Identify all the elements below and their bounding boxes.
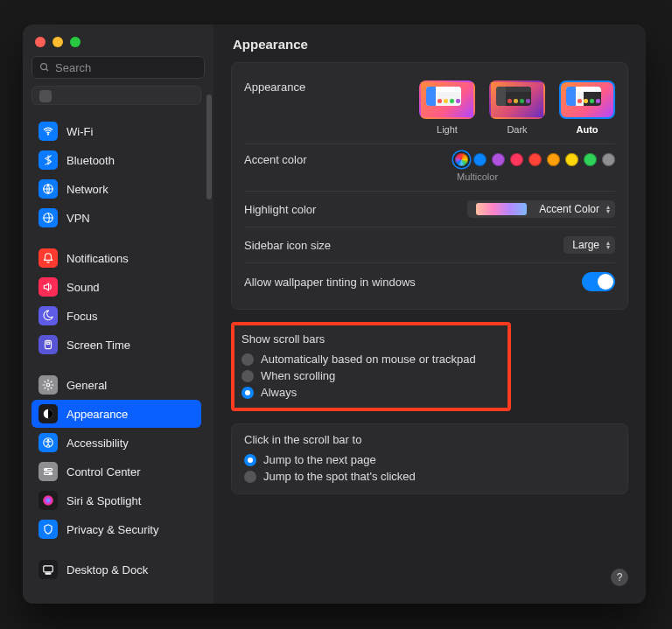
sidebar-item-label: Appearance [66, 408, 128, 421]
radio-option[interactable]: Always [242, 384, 481, 401]
search-icon [39, 62, 50, 73]
appearance-option-auto[interactable]: Auto [559, 80, 615, 135]
appearance-thumb-light [419, 80, 475, 119]
sidebar-item-desktopdock[interactable]: Desktop & Dock [32, 556, 201, 584]
click-scroll-heading: Click in the scroll bar to [244, 433, 615, 446]
sidebar-item-label: Network [66, 183, 108, 196]
sidebar-item-label: Wi-Fi [66, 125, 93, 138]
radio-option[interactable]: Automatically based on mouse or trackpad [242, 351, 481, 367]
radio-option[interactable]: Jump to the spot that's clicked [244, 468, 615, 485]
appearance-thumb-auto [559, 80, 615, 119]
close-icon[interactable] [35, 37, 46, 47]
page-title: Appearance [231, 37, 628, 52]
radio-icon [244, 471, 256, 483]
highlight-select[interactable]: Accent Color ▴▾ [467, 200, 615, 218]
appearance-thumb-dark [489, 80, 545, 119]
radio-label: Automatically based on mouse or trackpad [261, 353, 476, 366]
sidebar-icon-value: Large [572, 239, 599, 251]
sidebar-item-appearance[interactable]: Appearance [32, 400, 201, 428]
radio-label: When scrolling [261, 369, 335, 382]
sidebar-item-notifications[interactable]: Notifications [32, 244, 201, 272]
search-field[interactable] [32, 56, 205, 79]
radio-icon [242, 353, 254, 366]
radio-icon [244, 454, 256, 466]
svg-point-2 [47, 134, 48, 135]
sidebar-item-truncated[interactable] [32, 86, 201, 105]
sidebar-item-vpn[interactable]: VPN [32, 204, 201, 232]
accent-swatch[interactable] [602, 153, 615, 166]
sidebar-scrollbar-thumb[interactable] [206, 94, 212, 199]
sidebar: Wi-FiBluetoothNetworkVPNNotificationsSou… [23, 24, 214, 604]
radio-label: Jump to the spot that's clicked [263, 470, 416, 483]
sidebar-icon-label: Sidebar icon size [244, 239, 331, 252]
sidebar-item-label: Control Center [66, 465, 141, 479]
sidebar-item-sound[interactable]: Sound [32, 273, 201, 301]
appearance-thumbs: Light Dark Auto [419, 80, 615, 135]
siri-icon [38, 491, 58, 510]
focus-icon [38, 306, 58, 325]
sidebar-item-label: VPN [66, 212, 90, 225]
accent-swatch[interactable] [565, 153, 578, 166]
scrollbars-group: Show scroll bars Automatically based on … [242, 332, 481, 401]
accent-swatch[interactable] [492, 153, 505, 166]
accent-swatch[interactable] [455, 153, 468, 166]
radio-option[interactable]: When scrolling [242, 367, 481, 384]
accessibility-icon [38, 433, 58, 452]
accent-swatch[interactable] [547, 153, 560, 166]
highlight-label: Highlight color [244, 203, 316, 216]
svg-point-13 [46, 469, 47, 471]
accent-selected-label: Multicolor [457, 171, 498, 182]
sidebar-item-siri[interactable]: Siri & Spotlight [32, 486, 201, 514]
sidebar-item-general[interactable]: General [32, 371, 201, 399]
sidebar-item-network[interactable]: Network [32, 175, 201, 203]
accent-label: Accent color [244, 153, 307, 166]
accent-swatch[interactable] [528, 153, 542, 166]
window-controls [23, 24, 214, 56]
scrollbars-group-highlight: Show scroll bars Automatically based on … [231, 322, 511, 411]
general-icon [38, 375, 58, 395]
radio-option[interactable]: Jump to the next page [244, 451, 615, 468]
wallpaper-tint-label: Allow wallpaper tinting in windows [244, 276, 416, 289]
search-input[interactable] [55, 61, 197, 74]
click-scrollbar-group: Click in the scroll bar to Jump to the n… [231, 423, 628, 494]
sidebar-item-screentime[interactable]: Screen Time [32, 331, 201, 359]
accent-swatch[interactable] [510, 153, 523, 166]
sidebar-item-label: Desktop & Dock [66, 563, 148, 577]
wallpaper-tint-toggle[interactable] [582, 272, 615, 291]
appearance-option-dark[interactable]: Dark [489, 80, 545, 135]
appearance-option-label: Auto [576, 124, 598, 135]
settings-window: Wi-FiBluetoothNetworkVPNNotificationsSou… [23, 24, 646, 604]
sidebar-item-wifi[interactable]: Wi-Fi [32, 117, 201, 145]
appearance-icon [38, 404, 58, 423]
appearance-option-light[interactable]: Light [419, 80, 475, 135]
svg-point-14 [49, 472, 51, 474]
sidebar-icon-select[interactable]: Large ▴▾ [564, 236, 615, 254]
sound-icon [38, 277, 58, 297]
svg-rect-6 [46, 342, 50, 344]
chevron-updown-icon: ▴▾ [606, 205, 610, 213]
radio-label: Jump to the next page [263, 453, 376, 466]
minimize-icon[interactable] [52, 37, 63, 47]
nav: Wi-FiBluetoothNetworkVPNNotificationsSou… [23, 86, 214, 604]
sidebar-item-bluetooth[interactable]: Bluetooth [32, 146, 201, 174]
svg-line-1 [46, 69, 49, 72]
highlight-value: Accent Color [539, 203, 599, 215]
sidebar-item-label: Privacy & Security [66, 523, 158, 536]
accent-swatch[interactable] [584, 153, 597, 166]
sidebar-item-accessibility[interactable]: Accessibility [32, 429, 201, 457]
accent-swatch[interactable] [473, 153, 486, 166]
svg-rect-16 [44, 566, 53, 572]
zoom-icon[interactable] [70, 37, 80, 47]
help-button[interactable]: ? [611, 569, 628, 586]
sidebar-item-label: Siri & Spotlight [66, 494, 141, 507]
sidebar-item-focus[interactable]: Focus [32, 302, 201, 330]
sidebar-scrollbar[interactable] [206, 94, 212, 357]
controlcenter-icon [38, 462, 58, 481]
sidebar-item-controlcenter[interactable]: Control Center [32, 458, 201, 486]
wifi-icon [38, 122, 58, 141]
svg-point-10 [47, 439, 49, 441]
svg-point-15 [43, 495, 53, 506]
sidebar-item-privacy[interactable]: Privacy & Security [32, 515, 201, 543]
bluetooth-icon [38, 150, 58, 170]
scrollbars-heading: Show scroll bars [242, 332, 481, 346]
